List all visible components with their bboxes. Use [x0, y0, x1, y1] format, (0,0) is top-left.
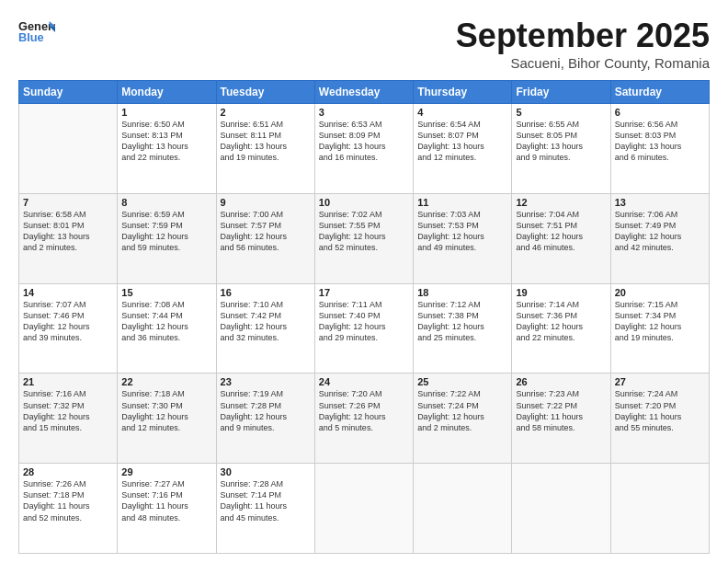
- calendar-row: 7Sunrise: 6:58 AMSunset: 8:01 PMDaylight…: [19, 193, 710, 283]
- table-row: 24Sunrise: 7:20 AMSunset: 7:26 PMDayligh…: [314, 373, 413, 464]
- logo: General Blue: [18, 17, 55, 44]
- table-row: 6Sunrise: 6:56 AMSunset: 8:03 PMDaylight…: [610, 104, 709, 194]
- day-number: 1: [121, 107, 211, 118]
- day-info: Sunrise: 7:04 AMSunset: 7:51 PMDaylight:…: [516, 209, 606, 254]
- calendar-header-row: Sunday Monday Tuesday Wednesday Thursday…: [19, 81, 710, 104]
- day-info: Sunrise: 6:58 AMSunset: 8:01 PMDaylight:…: [23, 209, 113, 254]
- day-info: Sunrise: 7:26 AMSunset: 7:18 PMDaylight:…: [23, 478, 113, 523]
- day-number: 23: [221, 376, 311, 387]
- day-number: 10: [319, 197, 409, 208]
- table-row: 17Sunrise: 7:11 AMSunset: 7:40 PMDayligh…: [314, 283, 413, 373]
- day-number: 15: [121, 287, 211, 298]
- day-info: Sunrise: 7:06 AMSunset: 7:49 PMDaylight:…: [615, 209, 705, 254]
- day-number: 22: [121, 376, 211, 387]
- day-info: Sunrise: 7:08 AMSunset: 7:44 PMDaylight:…: [121, 299, 211, 344]
- day-number: 24: [319, 376, 409, 387]
- logo-icon: General Blue: [18, 17, 55, 44]
- day-info: Sunrise: 7:19 AMSunset: 7:28 PMDaylight:…: [221, 388, 311, 433]
- table-row: 22Sunrise: 7:18 AMSunset: 7:30 PMDayligh…: [118, 373, 216, 464]
- day-number: 8: [121, 197, 211, 208]
- calendar-row: 14Sunrise: 7:07 AMSunset: 7:46 PMDayligh…: [19, 283, 710, 373]
- table-row: 25Sunrise: 7:22 AMSunset: 7:24 PMDayligh…: [414, 373, 512, 464]
- table-row: 21Sunrise: 7:16 AMSunset: 7:32 PMDayligh…: [19, 373, 118, 464]
- day-number: 26: [516, 376, 606, 387]
- day-number: 27: [615, 376, 705, 387]
- day-number: 7: [23, 197, 113, 208]
- day-number: 29: [121, 466, 211, 477]
- day-number: 25: [417, 376, 507, 387]
- title-section: September 2025 Sacueni, Bihor County, Ro…: [456, 17, 710, 71]
- table-row: 23Sunrise: 7:19 AMSunset: 7:28 PMDayligh…: [216, 373, 314, 464]
- col-wednesday: Wednesday: [314, 81, 413, 104]
- day-info: Sunrise: 7:20 AMSunset: 7:26 PMDaylight:…: [319, 388, 409, 433]
- day-info: Sunrise: 7:02 AMSunset: 7:55 PMDaylight:…: [319, 209, 409, 254]
- table-row: [414, 464, 512, 554]
- table-row: [610, 464, 709, 554]
- day-number: 3: [319, 107, 409, 118]
- table-row: 11Sunrise: 7:03 AMSunset: 7:53 PMDayligh…: [414, 193, 512, 283]
- day-number: 21: [23, 376, 113, 387]
- col-saturday: Saturday: [610, 81, 709, 104]
- day-info: Sunrise: 7:11 AMSunset: 7:40 PMDaylight:…: [319, 299, 409, 344]
- day-number: 5: [516, 107, 606, 118]
- table-row: 28Sunrise: 7:26 AMSunset: 7:18 PMDayligh…: [19, 464, 118, 554]
- table-row: 8Sunrise: 6:59 AMSunset: 7:59 PMDaylight…: [118, 193, 216, 283]
- day-number: 17: [319, 287, 409, 298]
- month-title: September 2025: [456, 17, 710, 55]
- table-row: 14Sunrise: 7:07 AMSunset: 7:46 PMDayligh…: [19, 283, 118, 373]
- table-row: 19Sunrise: 7:14 AMSunset: 7:36 PMDayligh…: [512, 283, 610, 373]
- table-row: 20Sunrise: 7:15 AMSunset: 7:34 PMDayligh…: [610, 283, 709, 373]
- table-row: 7Sunrise: 6:58 AMSunset: 8:01 PMDaylight…: [19, 193, 118, 283]
- table-row: 13Sunrise: 7:06 AMSunset: 7:49 PMDayligh…: [610, 193, 709, 283]
- table-row: 2Sunrise: 6:51 AMSunset: 8:11 PMDaylight…: [216, 104, 314, 194]
- day-number: 14: [23, 287, 113, 298]
- day-info: Sunrise: 6:53 AMSunset: 8:09 PMDaylight:…: [319, 119, 409, 164]
- table-row: [19, 104, 118, 194]
- col-tuesday: Tuesday: [216, 81, 314, 104]
- day-number: 6: [615, 107, 705, 118]
- table-row: 15Sunrise: 7:08 AMSunset: 7:44 PMDayligh…: [118, 283, 216, 373]
- col-thursday: Thursday: [414, 81, 512, 104]
- day-info: Sunrise: 7:18 AMSunset: 7:30 PMDaylight:…: [121, 388, 211, 433]
- day-number: 18: [417, 287, 507, 298]
- day-info: Sunrise: 6:56 AMSunset: 8:03 PMDaylight:…: [615, 119, 705, 164]
- svg-text:Blue: Blue: [18, 30, 44, 44]
- day-info: Sunrise: 7:15 AMSunset: 7:34 PMDaylight:…: [615, 299, 705, 344]
- table-row: [512, 464, 610, 554]
- day-number: 30: [221, 466, 311, 477]
- calendar-row: 28Sunrise: 7:26 AMSunset: 7:18 PMDayligh…: [19, 464, 710, 554]
- day-number: 4: [417, 107, 507, 118]
- day-number: 16: [221, 287, 311, 298]
- day-info: Sunrise: 7:03 AMSunset: 7:53 PMDaylight:…: [417, 209, 507, 254]
- header: General Blue September 2025 Sacueni, Bih…: [18, 17, 710, 71]
- calendar-table: Sunday Monday Tuesday Wednesday Thursday…: [18, 80, 710, 554]
- table-row: 27Sunrise: 7:24 AMSunset: 7:20 PMDayligh…: [610, 373, 709, 464]
- day-number: 13: [615, 197, 705, 208]
- table-row: 9Sunrise: 7:00 AMSunset: 7:57 PMDaylight…: [216, 193, 314, 283]
- day-number: 9: [221, 197, 311, 208]
- day-info: Sunrise: 7:27 AMSunset: 7:16 PMDaylight:…: [121, 478, 211, 523]
- table-row: 1Sunrise: 6:50 AMSunset: 8:13 PMDaylight…: [118, 104, 216, 194]
- day-info: Sunrise: 7:16 AMSunset: 7:32 PMDaylight:…: [23, 388, 113, 433]
- table-row: 4Sunrise: 6:54 AMSunset: 8:07 PMDaylight…: [414, 104, 512, 194]
- col-sunday: Sunday: [19, 81, 118, 104]
- day-info: Sunrise: 6:54 AMSunset: 8:07 PMDaylight:…: [417, 119, 507, 164]
- location: Sacueni, Bihor County, Romania: [456, 55, 710, 71]
- day-number: 28: [23, 466, 113, 477]
- day-info: Sunrise: 7:14 AMSunset: 7:36 PMDaylight:…: [516, 299, 606, 344]
- calendar-row: 21Sunrise: 7:16 AMSunset: 7:32 PMDayligh…: [19, 373, 710, 464]
- day-info: Sunrise: 7:23 AMSunset: 7:22 PMDaylight:…: [516, 388, 606, 433]
- table-row: [314, 464, 413, 554]
- table-row: 18Sunrise: 7:12 AMSunset: 7:38 PMDayligh…: [414, 283, 512, 373]
- day-info: Sunrise: 7:22 AMSunset: 7:24 PMDaylight:…: [417, 388, 507, 433]
- day-info: Sunrise: 7:24 AMSunset: 7:20 PMDaylight:…: [615, 388, 705, 433]
- day-info: Sunrise: 6:50 AMSunset: 8:13 PMDaylight:…: [121, 119, 211, 164]
- day-info: Sunrise: 7:28 AMSunset: 7:14 PMDaylight:…: [221, 478, 311, 523]
- table-row: 10Sunrise: 7:02 AMSunset: 7:55 PMDayligh…: [314, 193, 413, 283]
- table-row: 30Sunrise: 7:28 AMSunset: 7:14 PMDayligh…: [216, 464, 314, 554]
- day-info: Sunrise: 7:12 AMSunset: 7:38 PMDaylight:…: [417, 299, 507, 344]
- day-number: 11: [417, 197, 507, 208]
- day-number: 2: [221, 107, 311, 118]
- page: General Blue September 2025 Sacueni, Bih…: [0, 0, 728, 563]
- day-info: Sunrise: 6:59 AMSunset: 7:59 PMDaylight:…: [121, 209, 211, 254]
